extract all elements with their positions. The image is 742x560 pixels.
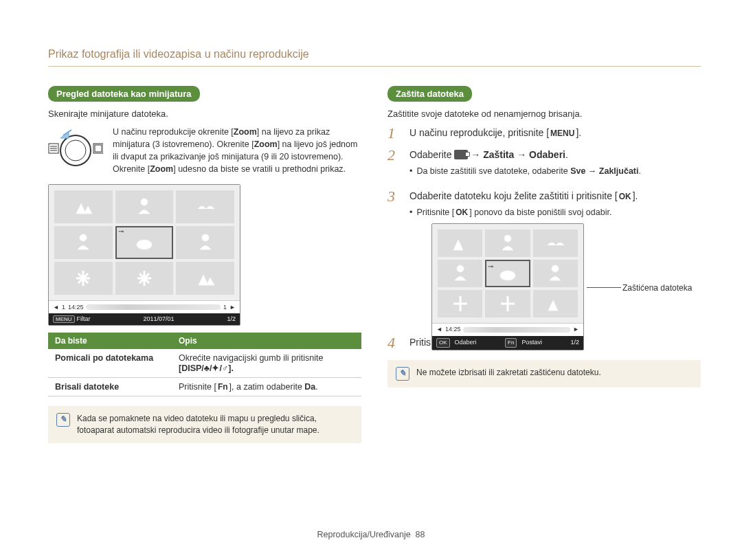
substep: Pritisnite [OK] ponovo da biste poništil…: [409, 206, 701, 219]
svg-point-14: [500, 271, 515, 280]
thumb-item: [176, 262, 234, 295]
thumb-item-selected: [115, 226, 174, 259]
thumb-item-selected: [485, 260, 530, 287]
content-columns: Pregled datoteka kao minijatura Skeniraj…: [48, 86, 701, 443]
fn-key-icon: Fn: [505, 338, 517, 348]
protect-screenshot: ◄ 14:25 ► OKOdaberi FnPostavi 1/2: [431, 223, 584, 350]
svg-point-11: [202, 234, 209, 241]
table-row: Brisali datoteke Pritisnite [Fn], a zati…: [48, 377, 361, 396]
bar-time: 14:25: [68, 304, 84, 311]
right-subhead: Zaštitite svoje datoteke od nenamjernog …: [387, 109, 701, 119]
thumb-item: [438, 260, 482, 287]
left-subhead: Skenirajte minijature datoteka.: [48, 109, 361, 119]
left-column: Pregled datoteka kao minijatura Skeniraj…: [48, 86, 361, 443]
thumb-item: [115, 262, 174, 295]
page-title: Prikaz fotografija ili videozapisa u nač…: [48, 48, 701, 67]
thumb-item: [438, 290, 482, 317]
info-icon: ✎: [396, 367, 409, 381]
svg-rect-5: [95, 145, 102, 152]
cell-desc: Okrećite navigacijski gumb ili pritisnit…: [172, 349, 361, 378]
thumb-item: [533, 229, 578, 257]
foot-date: 2011/07/01: [144, 315, 175, 322]
section-label-protect: Zaštita datoteka: [387, 86, 472, 102]
thumb-item: [176, 190, 234, 223]
cell-action: Pomicali po datotekama: [48, 349, 172, 378]
step-number: 3: [387, 189, 400, 328]
thumb-item: [533, 290, 578, 317]
svg-point-8: [141, 199, 148, 205]
step-3: 3 Odaberite datoteku koju želite zaštiti…: [387, 189, 701, 328]
step-number: 1: [387, 126, 400, 141]
table-header-desc: Opis: [172, 333, 361, 349]
foot-pages: 1/2: [570, 338, 579, 348]
table-row: Pomicali po datotekama Okrećite navigaci…: [48, 349, 361, 378]
step-number: 4: [387, 335, 400, 350]
menu-key-icon: MENU: [53, 315, 75, 323]
bar-index: 1: [223, 304, 227, 311]
zoom-instruction-text: U načinu reprodukcije okrenite [Zoom] na…: [113, 126, 361, 176]
step-1: 1 U načinu reprodukcije, pritisnite [MEN…: [387, 126, 701, 141]
screenshot-footer: OKOdaberi FnPostavi 1/2: [432, 336, 583, 350]
info-icon: ✎: [56, 413, 70, 427]
thumb-item: [438, 229, 482, 257]
actions-table: Da biste Opis Pomicali po datotekama Okr…: [48, 333, 361, 396]
steps-list: 1 U načinu reprodukcije, pritisnite [MEN…: [387, 126, 701, 350]
bar-left-idx: 1: [62, 304, 65, 311]
thumb-item: [176, 226, 234, 259]
svg-point-13: [457, 265, 464, 272]
svg-point-15: [552, 265, 559, 272]
bar-strip: ◄ 14:25 ►: [432, 323, 583, 336]
thumb-item: [54, 190, 113, 223]
svg-point-10: [137, 240, 152, 249]
substep: Da biste zaštitili sve datoteke, odaberi…: [409, 165, 701, 178]
callout-text: Zaštićena datoteka: [622, 282, 692, 294]
note-box: ✎ Ne možete izbrisati ili zakretati zašt…: [387, 360, 701, 388]
thumb-item: [533, 260, 578, 287]
screenshot-footer: MENUFiltar 2011/07/01 1/2: [49, 313, 240, 325]
svg-point-12: [504, 235, 511, 242]
ok-key-icon: OK: [436, 338, 450, 348]
note-box: ✎ Kada se pomaknete na video datoteku il…: [48, 406, 361, 444]
zoom-instruction-row: U načinu reprodukcije okrenite [Zoom] na…: [48, 126, 361, 176]
section-label-thumbnails: Pregled datoteka kao minijatura: [48, 86, 200, 102]
step-2: 2 Odaberite → Zaštita → Odaberi. Da bist…: [387, 148, 701, 182]
svg-point-9: [80, 234, 87, 241]
thumb-item: [485, 290, 530, 317]
thumb-item: [54, 226, 113, 259]
bar-strip: ◄ 1 14:25 1 ►: [49, 300, 240, 313]
thumb-item: [115, 190, 174, 223]
right-column: Zaštita datoteka Zaštitite svoje datotek…: [387, 86, 701, 443]
bar-time: 14:25: [445, 325, 461, 335]
note-text: Ne možete izbrisati ili zakretati zaštić…: [416, 367, 601, 379]
cell-action: Brisali datoteke: [48, 377, 172, 396]
thumb-item: [54, 262, 113, 295]
cell-desc: Pritisnite [Fn], a zatim odaberite Da.: [172, 377, 361, 396]
page-footer: Reprodukcija/Uređivanje 88: [0, 530, 742, 539]
note-text: Kada se pomaknete na video datoteku ili …: [77, 413, 353, 437]
foot-pages: 1/2: [227, 315, 236, 322]
svg-point-7: [65, 140, 86, 161]
table-header-action: Da biste: [48, 333, 172, 349]
storage-icon: [454, 150, 468, 159]
thumb-item: [485, 229, 530, 257]
zoom-dial-icon: [48, 126, 103, 174]
step-number: 2: [387, 148, 400, 182]
thumbnail-view-screenshot: ◄ 1 14:25 1 ► MENUFiltar 2011/07/01 1/2: [48, 184, 240, 326]
